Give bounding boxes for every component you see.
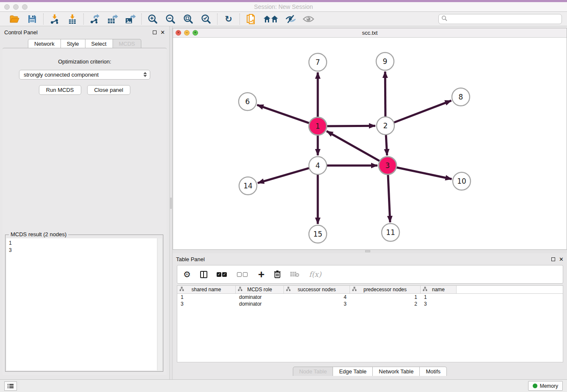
network-graph[interactable]: 7968124314101511	[173, 38, 567, 249]
graph-node-label: 7	[316, 58, 320, 66]
tab-select[interactable]: Select	[85, 39, 113, 48]
graph-edge-2-8[interactable]	[393, 101, 451, 123]
export-network-icon[interactable]	[89, 14, 101, 25]
open-file-icon[interactable]	[8, 14, 20, 25]
settings-gear-icon[interactable]: ⚙	[183, 269, 191, 280]
export-image-icon[interactable]	[124, 14, 136, 25]
column-header-predecessor-nodes[interactable]: predecessor nodes	[350, 286, 421, 293]
vertical-splitter[interactable]	[169, 26, 173, 379]
close-panel-icon[interactable]: ✕	[559, 257, 564, 262]
delete-column-icon[interactable]	[274, 269, 281, 280]
graph-edge-3-11[interactable]	[388, 174, 390, 222]
graph-node-label: 2	[383, 121, 388, 130]
splitter-handle[interactable]	[365, 250, 370, 252]
table-row[interactable]: 3dominator323	[177, 301, 563, 307]
import-network-icon[interactable]	[49, 14, 61, 25]
graph-edge-4-14[interactable]	[258, 168, 310, 183]
close-panel-button[interactable]: Close panel	[87, 85, 131, 95]
table-cell[interactable]: 3	[177, 301, 236, 307]
graph-node-label: 9	[383, 57, 388, 66]
table-cell[interactable]: 3	[421, 301, 457, 307]
task-history-button[interactable]	[4, 381, 17, 391]
mcds-result-values: 1 3	[6, 238, 162, 255]
graph-edge-3-10[interactable]	[396, 167, 452, 179]
save-session-icon[interactable]	[26, 14, 38, 25]
zoom-in-icon[interactable]	[147, 14, 159, 25]
apply-layout-icon[interactable]: ↻	[223, 14, 234, 25]
birds-eye-view-icon[interactable]	[303, 14, 314, 25]
horizontal-splitter[interactable]	[173, 250, 567, 253]
import-table-icon[interactable]	[66, 14, 78, 25]
table-cell[interactable]: 1	[421, 294, 457, 300]
table-toolbar: ⚙ ✓✓ + f(x)	[177, 265, 563, 284]
table-cell[interactable]: 2	[350, 301, 421, 307]
graph-node-label: 4	[316, 161, 320, 170]
table-row[interactable]: 1dominator411	[177, 294, 563, 301]
export-table-icon[interactable]	[107, 14, 118, 25]
graph-edge-1-2[interactable]	[326, 126, 375, 126]
search-field[interactable]	[438, 14, 562, 24]
network-window-titlebar[interactable]: ✕ − + scc.txt	[173, 28, 567, 38]
function-builder-icon: f(x)	[309, 269, 321, 280]
graph-node-label: 14	[243, 182, 253, 190]
mcds-tab-content: Optimization criterion: strongly connect…	[3, 48, 167, 375]
tab-node-table[interactable]: Node Table	[293, 367, 333, 376]
clone-network-icon[interactable]	[245, 14, 257, 25]
optimization-criterion-label: Optimization criterion:	[3, 58, 167, 65]
unselect-all-columns-icon[interactable]	[237, 269, 249, 280]
control-panel-tabs: NetworkStyleSelectMCDS	[0, 39, 169, 48]
mcds-result-area[interactable]: 1 3	[6, 238, 162, 370]
run-mcds-button[interactable]: Run MCDS	[39, 85, 81, 95]
show-column-panel-icon[interactable]	[200, 269, 207, 280]
table-cell[interactable]: dominator	[236, 301, 284, 307]
mcds-result-title: MCDS result (2 nodes)	[9, 231, 68, 237]
tab-style[interactable]: Style	[61, 39, 85, 48]
attribute-type-icon	[352, 287, 357, 293]
column-header-shared-name[interactable]: shared name	[177, 286, 236, 293]
table-cell[interactable]: 4	[284, 294, 350, 300]
tab-motifs[interactable]: Motifs	[420, 367, 447, 376]
graph-edge-2-3[interactable]	[386, 134, 387, 155]
search-icon	[441, 15, 447, 23]
main-toolbar: ↻	[0, 12, 567, 26]
graph-edge-3-1[interactable]	[327, 131, 381, 162]
tab-mcds[interactable]: MCDS	[113, 39, 141, 48]
zoom-selected-icon[interactable]	[200, 14, 212, 25]
network-canvas[interactable]: 7968124314101511	[173, 38, 567, 249]
graph-node-label: 1	[316, 122, 320, 130]
column-header-name[interactable]: name	[421, 286, 457, 293]
table-tabs: Node TableEdge TableNetwork TableMotifs	[173, 367, 567, 376]
float-panel-icon[interactable]	[153, 30, 157, 34]
optimization-criterion-value: strongly connected component	[24, 72, 99, 78]
memory-status-icon	[533, 384, 537, 388]
close-panel-icon[interactable]: ✕	[160, 30, 165, 35]
show-hide-graphics-details-icon[interactable]	[285, 14, 297, 25]
graph-edge-2-9[interactable]	[385, 72, 385, 118]
network-window: ✕ − + scc.txt 7968124314101511	[173, 28, 567, 250]
float-panel-icon[interactable]	[551, 257, 555, 261]
splitter-handle[interactable]	[170, 198, 172, 209]
tab-network[interactable]: Network	[28, 39, 61, 48]
node-table[interactable]: shared nameMCDS rolesuccessor nodesprede…	[177, 285, 563, 362]
tab-edge-table[interactable]: Edge Table	[333, 367, 373, 376]
result-scrollbar[interactable]	[157, 238, 162, 370]
column-header-successor-nodes[interactable]: successor nodes	[284, 286, 350, 293]
optimization-criterion-select[interactable]: strongly connected component	[19, 70, 150, 80]
table-cell[interactable]: 1	[350, 294, 421, 300]
table-cell[interactable]: dominator	[236, 294, 284, 300]
graph-edge-1-6[interactable]	[257, 105, 310, 124]
column-header-MCDS-role[interactable]: MCDS role	[236, 286, 284, 293]
table-cell[interactable]: 3	[284, 301, 350, 307]
add-column-icon[interactable]: +	[258, 269, 264, 280]
memory-label: Memory	[540, 383, 558, 389]
search-input[interactable]	[447, 16, 561, 22]
tab-network-table[interactable]: Network Table	[373, 367, 420, 376]
zoom-out-icon[interactable]	[165, 14, 176, 25]
select-all-columns-icon[interactable]: ✓✓	[217, 269, 228, 280]
memory-button[interactable]: Memory	[528, 381, 563, 391]
table-cell[interactable]: 1	[177, 294, 236, 300]
attribute-type-icon	[238, 287, 242, 293]
graph-node-label: 10	[457, 177, 466, 185]
zoom-fit-icon[interactable]	[182, 14, 194, 25]
network-overview-icon[interactable]	[263, 14, 279, 25]
